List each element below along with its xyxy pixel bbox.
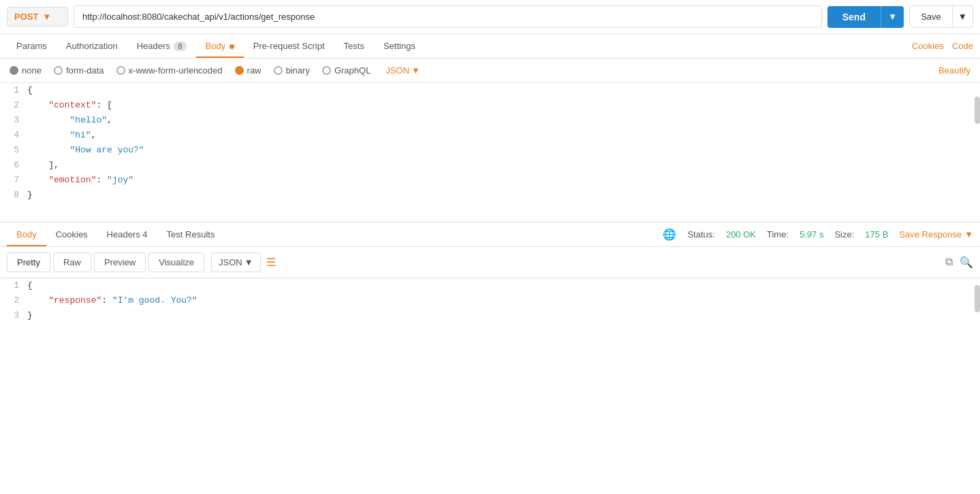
req-line-7: 7 "emotion": "joy" bbox=[0, 173, 980, 188]
radio-binary bbox=[274, 66, 283, 75]
req-line-3: 3 "hello", bbox=[0, 113, 980, 128]
tab-pre-request[interactable]: Pre-request Script bbox=[244, 34, 334, 58]
json-dropdown[interactable]: JSON ▼ bbox=[385, 65, 420, 76]
request-tabs: Params Authorization Headers 8 Body Pre-… bbox=[0, 34, 980, 59]
req-line-5: 5 "How are you?" bbox=[0, 143, 980, 158]
req-line-1: 1 { bbox=[0, 83, 980, 98]
resp-line-1: 1 { bbox=[0, 278, 980, 293]
request-scrollbar[interactable] bbox=[975, 97, 980, 124]
save-button[interactable]: Save bbox=[909, 5, 953, 28]
top-bar: POST ▼ Send ▼ Save ▼ bbox=[0, 0, 980, 34]
status-label: Status: bbox=[687, 229, 714, 240]
radio-urlencoded bbox=[116, 66, 125, 75]
url-input[interactable] bbox=[74, 5, 822, 28]
response-status: 🌐 Status: 200 OK Time: 5.97 s Size: 175 … bbox=[663, 228, 973, 241]
json-chevron-icon: ▼ bbox=[411, 65, 420, 76]
resp-line-2: 2 "response": "I'm good. You?" bbox=[0, 293, 980, 308]
send-btn-group: Send ▼ bbox=[827, 6, 904, 28]
response-json-chevron-icon: ▼ bbox=[244, 257, 253, 267]
search-icon[interactable]: 🔍 bbox=[960, 256, 973, 269]
radio-form-data bbox=[54, 66, 63, 75]
option-raw[interactable]: raw bbox=[235, 65, 262, 76]
tab-headers[interactable]: Headers 8 bbox=[127, 34, 196, 58]
option-form-data[interactable]: form-data bbox=[54, 65, 104, 76]
response-json-label: JSON bbox=[219, 257, 242, 267]
resp-tab-test-results[interactable]: Test Results bbox=[157, 223, 225, 246]
response-actions: ⧉ 🔍 bbox=[945, 256, 973, 269]
globe-icon: 🌐 bbox=[663, 228, 676, 241]
fmt-tab-preview[interactable]: Preview bbox=[94, 252, 146, 272]
req-line-4: 4 "hi", bbox=[0, 128, 980, 143]
response-editor[interactable]: 1 { 2 "response": "I'm good. You?" 3 } bbox=[0, 278, 980, 360]
size-value: 175 B bbox=[865, 229, 888, 240]
beautify-button[interactable]: Beautify bbox=[938, 65, 970, 76]
save-response-chevron-icon: ▼ bbox=[964, 229, 973, 240]
tab-tests[interactable]: Tests bbox=[334, 34, 374, 58]
req-line-6: 6 ], bbox=[0, 158, 980, 173]
send-dropdown-button[interactable]: ▼ bbox=[881, 6, 904, 28]
option-graphql[interactable]: GraphQL bbox=[322, 65, 370, 76]
save-dropdown-button[interactable]: ▼ bbox=[953, 5, 973, 28]
response-scrollbar[interactable] bbox=[975, 285, 980, 312]
response-tabs: Body Cookies Headers 4 Test Results 🌐 St… bbox=[0, 223, 980, 247]
send-button[interactable]: Send bbox=[827, 6, 881, 28]
save-response-label: Save Response bbox=[899, 229, 962, 240]
option-urlencoded[interactable]: x-www-form-urlencoded bbox=[116, 65, 223, 76]
response-json-dropdown[interactable]: JSON ▼ bbox=[211, 252, 261, 272]
radio-graphql bbox=[322, 66, 331, 75]
status-value: 200 OK bbox=[726, 229, 756, 240]
json-label: JSON bbox=[385, 65, 409, 76]
method-chevron-icon: ▼ bbox=[42, 12, 51, 22]
resp-tab-cookies[interactable]: Cookies bbox=[46, 223, 97, 246]
tab-settings[interactable]: Settings bbox=[374, 34, 425, 58]
option-none[interactable]: none bbox=[10, 65, 42, 76]
fmt-tab-raw[interactable]: Raw bbox=[53, 252, 91, 272]
time-label: Time: bbox=[767, 229, 789, 240]
radio-none bbox=[10, 66, 18, 75]
method-label: POST bbox=[14, 12, 38, 22]
tab-params[interactable]: Params bbox=[7, 34, 57, 58]
tab-body[interactable]: Body bbox=[196, 34, 244, 58]
wrap-icon[interactable]: ☰ bbox=[266, 256, 276, 269]
request-editor[interactable]: 1 { 2 "context": [ 3 "hello", 4 "hi", 5 … bbox=[0, 83, 980, 223]
fmt-tab-pretty[interactable]: Pretty bbox=[7, 252, 50, 272]
method-select[interactable]: POST ▼ bbox=[7, 7, 68, 27]
fmt-tab-visualize[interactable]: Visualize bbox=[148, 252, 204, 272]
cookies-link[interactable]: Cookies bbox=[912, 41, 944, 51]
option-binary[interactable]: binary bbox=[274, 65, 310, 76]
resp-line-3: 3 } bbox=[0, 308, 980, 323]
response-format-bar: Pretty Raw Preview Visualize JSON ▼ ☰ ⧉ … bbox=[0, 247, 980, 278]
copy-icon[interactable]: ⧉ bbox=[945, 256, 953, 269]
code-link[interactable]: Code bbox=[952, 41, 973, 51]
req-line-2: 2 "context": [ bbox=[0, 98, 980, 113]
body-options: none form-data x-www-form-urlencoded raw… bbox=[0, 59, 980, 83]
radio-raw bbox=[235, 66, 244, 75]
req-line-8: 8 } bbox=[0, 188, 980, 203]
time-value: 5.97 s bbox=[800, 229, 823, 240]
tab-authorization[interactable]: Authorization bbox=[57, 34, 127, 58]
tab-right-actions: Cookies Code bbox=[912, 41, 973, 51]
resp-tab-body[interactable]: Body bbox=[7, 223, 46, 246]
save-response-button[interactable]: Save Response ▼ bbox=[899, 229, 973, 240]
resp-tab-headers[interactable]: Headers 4 bbox=[97, 223, 157, 246]
size-label: Size: bbox=[834, 229, 854, 240]
save-btn-group: Save ▼ bbox=[909, 5, 973, 28]
